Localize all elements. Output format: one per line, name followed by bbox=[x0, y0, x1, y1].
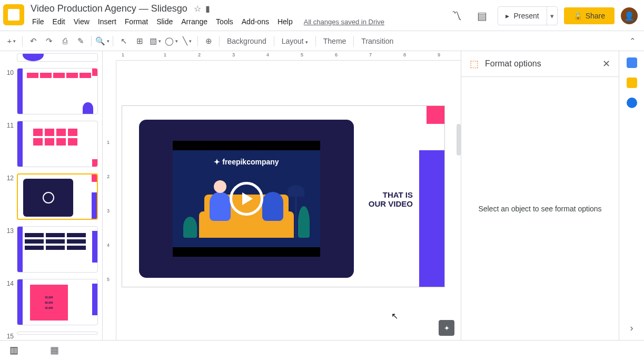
current-slide[interactable]: ✦ freepikcompany bbox=[122, 105, 445, 287]
calendar-addon-icon[interactable] bbox=[627, 57, 637, 68]
slide-thumb-13[interactable] bbox=[17, 226, 98, 273]
save-status[interactable]: All changes saved in Drive bbox=[304, 18, 384, 26]
footer: ▥ ▦ bbox=[0, 340, 644, 359]
keep-addon-icon[interactable] bbox=[627, 77, 637, 88]
explore-button[interactable]: ✦ bbox=[439, 320, 454, 336]
present-dropdown[interactable]: ▾ bbox=[547, 7, 557, 25]
menu-edit[interactable]: Edit bbox=[49, 15, 69, 28]
folder-icon[interactable]: ▮ bbox=[205, 4, 210, 14]
star-icon[interactable]: ☆ bbox=[194, 4, 201, 14]
format-options-panel: ⬚ Format options ✕ Select an object to s… bbox=[461, 51, 619, 340]
transition-button[interactable]: Transition bbox=[357, 37, 398, 45]
tasks-addon-icon[interactable] bbox=[627, 98, 637, 108]
comments-icon[interactable]: ▤ bbox=[472, 6, 491, 25]
slide-thumbnails[interactable]: 10 11 12 13 1450,00080,00020,000 15 bbox=[0, 51, 103, 340]
menu-file[interactable]: File bbox=[28, 15, 48, 28]
present-button[interactable]: ▸Present ▾ bbox=[498, 6, 557, 25]
side-rail: › bbox=[619, 51, 644, 340]
menu-slide[interactable]: Slide bbox=[153, 15, 176, 28]
thumb-number: 12 bbox=[2, 174, 14, 182]
redo-button[interactable]: ↷ bbox=[42, 34, 56, 48]
vertical-ruler: 1 2 3 4 5 bbox=[103, 61, 116, 340]
slide-title-text[interactable]: THAT IS OUR VIDEO bbox=[369, 190, 413, 209]
slide-thumb-10[interactable] bbox=[17, 68, 98, 114]
layout-button[interactable]: Layout bbox=[278, 37, 312, 45]
slide-canvas[interactable]: ✦ freepikcompany bbox=[116, 61, 461, 340]
menu-addons[interactable]: Add-ons bbox=[238, 15, 273, 28]
theme-button[interactable]: Theme bbox=[319, 37, 351, 45]
format-options-icon: ⬚ bbox=[470, 58, 479, 70]
filmstrip-view-icon[interactable]: ▥ bbox=[9, 344, 18, 356]
share-label: Share bbox=[586, 12, 605, 20]
slide-thumb-15-partial[interactable] bbox=[17, 332, 98, 335]
decoration-pink bbox=[427, 106, 444, 124]
collapse-toolbar-button[interactable]: ⌃ bbox=[625, 34, 640, 48]
document-title[interactable]: Video Production Agency — Slidesgo bbox=[28, 3, 190, 15]
video-brand-text: ✦ freepikcompany bbox=[173, 158, 320, 166]
thumb-number: 11 bbox=[2, 122, 14, 129]
thumb-number: 10 bbox=[2, 69, 14, 76]
toolbar: + ↶ ↷ ⎙ ✎ 🔍 ↖ ⊞ ▧ ◯ ╲ ⊕ Background Layou… bbox=[0, 31, 644, 51]
format-options-body: Select an object to see format options bbox=[461, 76, 619, 340]
decoration-purple bbox=[419, 150, 444, 287]
textbox-tool[interactable]: ⊞ bbox=[132, 34, 147, 48]
menu-tools[interactable]: Tools bbox=[212, 15, 237, 28]
menu-format[interactable]: Format bbox=[121, 15, 152, 28]
thumb-number: 13 bbox=[2, 227, 14, 235]
menu-arrange[interactable]: Arrange bbox=[177, 15, 211, 28]
menu-view[interactable]: View bbox=[70, 15, 93, 28]
embedded-video[interactable]: ✦ freepikcompany bbox=[139, 120, 354, 278]
slide-thumb-9-partial[interactable] bbox=[17, 53, 98, 62]
undo-button[interactable]: ↶ bbox=[26, 34, 41, 48]
thumb-number: 15 bbox=[2, 333, 14, 340]
present-icon: ▸ bbox=[506, 12, 509, 20]
background-button[interactable]: Background bbox=[223, 37, 271, 45]
comment-button[interactable]: ⊕ bbox=[201, 34, 216, 48]
select-tool[interactable]: ↖ bbox=[116, 34, 131, 48]
grid-view-icon[interactable]: ▦ bbox=[50, 344, 59, 356]
slide-thumb-12[interactable] bbox=[17, 173, 98, 220]
shape-tool[interactable]: ◯ bbox=[164, 34, 179, 48]
slides-logo[interactable] bbox=[3, 4, 24, 25]
print-button[interactable]: ⎙ bbox=[57, 34, 72, 48]
activity-icon[interactable]: 〽 bbox=[447, 6, 466, 25]
paint-format-button[interactable]: ✎ bbox=[73, 34, 88, 48]
line-tool[interactable]: ╲ bbox=[180, 34, 194, 48]
thumb-number: 14 bbox=[2, 280, 14, 287]
zoom-button[interactable]: 🔍 bbox=[95, 34, 110, 48]
share-button[interactable]: 🔒 Share bbox=[564, 7, 615, 24]
image-tool[interactable]: ▧ bbox=[148, 34, 163, 48]
scrollbar-thumb[interactable] bbox=[457, 124, 461, 156]
mouse-cursor-icon: ↖ bbox=[391, 311, 398, 321]
slide-thumb-11[interactable] bbox=[17, 121, 98, 167]
menu-insert[interactable]: Insert bbox=[94, 15, 120, 28]
new-slide-button[interactable]: + bbox=[4, 34, 19, 48]
account-avatar[interactable]: 👤 bbox=[621, 7, 638, 24]
play-button-icon[interactable] bbox=[230, 182, 263, 216]
horizontal-ruler: 1 1 2 3 4 5 6 7 8 9 bbox=[116, 51, 461, 61]
menu-help[interactable]: Help bbox=[274, 15, 296, 28]
expand-rail-icon[interactable]: › bbox=[630, 323, 633, 334]
close-panel-button[interactable]: ✕ bbox=[602, 58, 610, 70]
present-label: Present bbox=[513, 12, 539, 20]
slide-thumb-14[interactable]: 50,00080,00020,000 bbox=[17, 279, 98, 325]
format-options-title: Format options bbox=[485, 59, 596, 69]
